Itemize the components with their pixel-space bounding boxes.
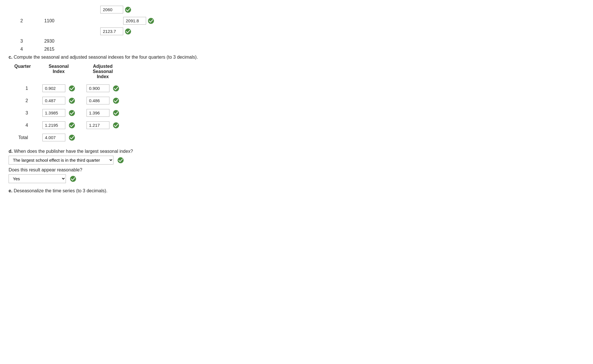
row3-num: 3 — [9, 39, 32, 44]
section-d: d. When does the publisher have the larg… — [9, 149, 584, 183]
quarter-cell: 1 — [9, 82, 37, 94]
check-icon-seasonal — [69, 122, 75, 128]
check-icon-total — [69, 134, 75, 141]
section-d-dropdown-row: The largest school effect is in the thir… — [9, 156, 584, 165]
col-seasonal-header: SeasonalIndex — [37, 63, 81, 82]
followup-dropdown-row: YesNo — [9, 174, 584, 183]
check-icon-adjusted — [113, 110, 119, 116]
check-icon-reasonable — [70, 176, 76, 182]
section-c-label: c. Compute the seasonal and adjusted sea… — [9, 55, 584, 60]
seasonal-cell: 1.2195 — [37, 119, 81, 131]
table-row: 4 1.2195 1.217 — [9, 119, 125, 131]
quarter-cell: 4 — [9, 119, 37, 131]
check-icon-seasonal — [69, 98, 75, 104]
reasonable-dropdown[interactable]: YesNo — [9, 174, 66, 183]
adjusted-input[interactable]: 1.396 — [87, 109, 109, 117]
adjusted-cell: 1.217 — [81, 119, 125, 131]
adjusted-input[interactable]: 0.900 — [87, 84, 109, 92]
seasonal-cell: 0.487 — [37, 94, 81, 107]
row4-num: 4 — [9, 47, 32, 52]
row2-num: 2 — [9, 18, 32, 23]
adjusted-input[interactable]: 0.486 — [87, 97, 109, 104]
adjusted-cell: 0.900 — [81, 82, 125, 94]
row4-val: 2615 — [32, 47, 66, 52]
table-row: 1 0.902 0.900 — [9, 82, 125, 94]
table-row: 3 1.3985 1.396 — [9, 107, 125, 119]
input-2123[interactable]: 2123.7 — [100, 27, 123, 35]
quarter-cell: 3 — [9, 107, 37, 119]
followup-question: Does this result appear reasonable? — [9, 167, 584, 173]
seasonal-input[interactable]: 0.487 — [42, 97, 65, 104]
section-c: c. Compute the seasonal and adjusted sea… — [9, 55, 584, 144]
check-icon-2060 — [125, 7, 131, 13]
check-icon-2123 — [125, 28, 131, 35]
index-table: Quarter SeasonalIndex AdjustedSeasonalIn… — [9, 63, 125, 144]
adjusted-cell: 0.486 — [81, 94, 125, 107]
row2-val: 1100 — [32, 18, 66, 23]
adjusted-input[interactable]: 1.217 — [87, 121, 109, 129]
seasonal-input[interactable]: 1.2195 — [42, 121, 65, 129]
total-input[interactable]: 4.007 — [42, 134, 65, 141]
check-icon-2091 — [148, 18, 154, 24]
seasonal-input[interactable]: 0.902 — [42, 84, 65, 92]
row3-val: 2930 — [32, 39, 66, 44]
input-2060[interactable]: 2060 — [100, 6, 123, 13]
seasonal-cell: 0.902 — [37, 82, 81, 94]
largest-seasonal-dropdown[interactable]: The largest school effect is in the thir… — [9, 156, 113, 165]
seasonal-input[interactable]: 1.3985 — [42, 109, 65, 117]
check-icon-seasonal — [69, 85, 75, 92]
col-adjusted-header: AdjustedSeasonalIndex — [81, 63, 125, 82]
check-icon-dropdown-d — [117, 157, 124, 163]
seasonal-cell: 1.3985 — [37, 107, 81, 119]
section-e: e. Deseasonalize the time series (to 3 d… — [9, 188, 584, 193]
quarter-cell: 2 — [9, 94, 37, 107]
adjusted-cell: 1.396 — [81, 107, 125, 119]
check-icon-adjusted — [113, 85, 119, 92]
table-row: 2 0.487 0.486 — [9, 94, 125, 107]
check-icon-seasonal — [69, 110, 75, 116]
check-icon-adjusted — [113, 122, 119, 128]
total-row: Total 4.007 — [9, 131, 125, 144]
section-d-label: d. When does the publisher have the larg… — [9, 149, 584, 154]
section-e-label: e. Deseasonalize the time series (to 3 d… — [9, 188, 584, 193]
total-label: Total — [9, 131, 37, 144]
check-icon-adjusted — [113, 98, 119, 104]
input-2091[interactable]: 2091.8 — [123, 17, 146, 25]
total-value-cell: 4.007 — [37, 131, 81, 144]
col-quarter-header: Quarter — [9, 63, 37, 82]
